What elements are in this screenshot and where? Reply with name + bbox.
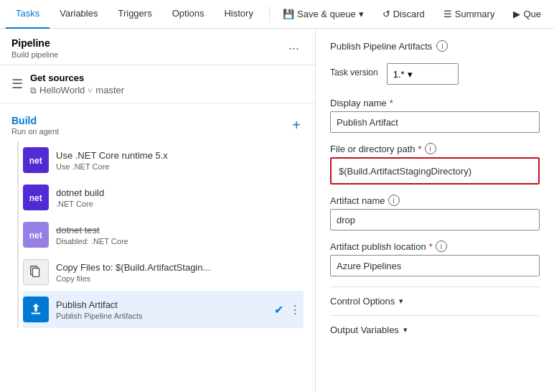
repo-name: HelloWorld: [39, 85, 85, 95]
tab-history[interactable]: History: [214, 0, 263, 29]
task-version-label: Task version: [330, 67, 378, 78]
task-info: Use .NET Core runtime 5.x Use .NET Core: [56, 150, 304, 171]
svg-text:net: net: [29, 193, 42, 203]
get-sources-meta: ⧉ HelloWorld ⑂ master: [30, 85, 124, 95]
left-panel: Pipeline Build pipeline ··· ☰ Get source…: [0, 29, 316, 392]
display-name-row: Display name *: [330, 98, 540, 133]
tab-variables[interactable]: Variables: [50, 0, 108, 29]
summary-button[interactable]: ☰ Summary: [436, 4, 502, 24]
task-name: Publish Artifact: [56, 299, 274, 310]
right-panel: Publish Pipeline Artifacts i Task versio…: [316, 29, 554, 392]
build-info: Build Run on agent: [11, 115, 59, 136]
task-item-publish[interactable]: Publish Artifact Publish Pipeline Artifa…: [23, 291, 304, 328]
branch-icon: ⑂: [88, 86, 93, 95]
task-item[interactable]: net dotnet test Disabled: .NET Core: [23, 216, 304, 253]
artifact-name-row: Artifact name i: [330, 195, 540, 230]
task-icon-dotnet: net: [23, 222, 49, 248]
task-name: dotnet test: [56, 225, 304, 235]
artifact-name-info-icon[interactable]: i: [388, 195, 400, 206]
task-desc: Publish Pipeline Artifacts: [56, 312, 274, 320]
main-content: Pipeline Build pipeline ··· ☰ Get source…: [0, 29, 554, 392]
svg-text:net: net: [29, 230, 42, 241]
file-path-info-icon[interactable]: i: [425, 143, 436, 154]
svg-rect-4: [32, 269, 39, 277]
control-options-section[interactable]: Control Options ▾: [330, 286, 540, 315]
get-sources-title: Get sources: [30, 73, 124, 83]
top-nav: Tasks Variables Triggers Options History…: [0, 0, 554, 29]
required-star: *: [418, 144, 422, 154]
output-variables-label: Output Variables: [330, 325, 399, 335]
output-variables-section[interactable]: Output Variables ▾: [330, 315, 540, 344]
task-item[interactable]: net dotnet build .NET Core: [23, 179, 304, 216]
pipeline-subtitle: Build pipeline: [11, 50, 58, 59]
pipeline-info: Pipeline Build pipeline: [11, 37, 58, 59]
task-name: Use .NET Core runtime 5.x: [56, 150, 304, 161]
build-title: Build: [11, 115, 59, 126]
task-icon-publish: [23, 297, 49, 322]
build-section: Build Run on agent + net Use .NET Core r…: [0, 103, 315, 328]
panel-title: Publish Pipeline Artifacts i: [330, 40, 540, 52]
task-info: Copy Files to: $(Build.ArtifactStagin...…: [56, 262, 304, 283]
task-desc: .NET Core: [56, 200, 304, 208]
task-icon-files: [23, 259, 49, 285]
queue-button[interactable]: ▶ Que: [506, 4, 548, 24]
display-name-label: Display name *: [330, 98, 540, 108]
tab-triggers[interactable]: Triggers: [108, 0, 161, 29]
task-version-value: 1.*: [393, 69, 405, 80]
svg-rect-5: [32, 313, 41, 314]
tab-options[interactable]: Options: [162, 0, 215, 29]
task-info: Publish Artifact Publish Pipeline Artifa…: [56, 299, 274, 320]
task-item[interactable]: net Use .NET Core runtime 5.x Use .NET C…: [23, 141, 304, 179]
task-icon-dotnet: net: [23, 147, 49, 173]
artifact-name-input[interactable]: [330, 209, 540, 230]
task-info: dotnet test Disabled: .NET Core: [56, 225, 304, 246]
artifact-publish-info-icon[interactable]: i: [436, 241, 447, 252]
output-variables-chevron: ▾: [403, 325, 408, 335]
nav-divider: [269, 6, 270, 23]
pipeline-title: Pipeline: [11, 37, 58, 49]
task-name: dotnet build: [56, 187, 304, 198]
file-path-input[interactable]: [333, 160, 537, 182]
svg-text:net: net: [29, 156, 42, 166]
task-desc: Disabled: .NET Core: [56, 237, 304, 246]
task-check-icon: ✔: [274, 303, 283, 317]
control-options-chevron: ▾: [399, 297, 403, 306]
pipeline-header: Pipeline Build pipeline ···: [0, 29, 315, 65]
file-path-row: File or directory path * i: [330, 143, 540, 185]
task-desc: Copy files: [56, 274, 304, 283]
task-more-button[interactable]: ⋮: [286, 302, 304, 318]
task-icon-dotnet: net: [23, 185, 49, 210]
control-options-label: Control Options: [330, 296, 395, 307]
display-name-input[interactable]: [330, 111, 540, 133]
task-badges: ✔ ⋮: [274, 302, 304, 318]
branch-name: master: [95, 85, 124, 95]
summary-icon: ☰: [443, 9, 452, 19]
repo-icon: ⧉: [30, 85, 37, 95]
build-subtitle: Run on agent: [11, 127, 59, 136]
pipeline-more-button[interactable]: ···: [284, 39, 304, 57]
tasks-list: net Use .NET Core runtime 5.x Use .NET C…: [11, 141, 304, 328]
discard-icon: ↺: [382, 9, 390, 19]
task-version-select[interactable]: 1.* ▾: [387, 63, 459, 85]
save-queue-button[interactable]: 💾 Save & queue ▾: [276, 4, 371, 24]
dropdown-arrow: ▾: [359, 9, 364, 19]
task-info: dotnet build .NET Core: [56, 187, 304, 208]
file-path-label: File or directory path * i: [330, 143, 540, 154]
add-task-button[interactable]: +: [289, 117, 304, 134]
get-sources-info: Get sources ⧉ HelloWorld ⑂ master: [30, 73, 124, 95]
title-info-icon[interactable]: i: [436, 40, 448, 52]
task-desc: Use .NET Core: [56, 162, 304, 171]
task-version-row: Task version 1.* ▾: [330, 63, 540, 85]
tab-tasks[interactable]: Tasks: [6, 0, 50, 29]
task-name: Copy Files to: $(Build.ArtifactStagin...: [56, 262, 304, 273]
artifact-publish-label: Artifact publish location * i: [330, 241, 540, 252]
required-star: *: [390, 98, 393, 108]
discard-button[interactable]: ↺ Discard: [375, 4, 432, 24]
nav-tabs: Tasks Variables Triggers Options History: [6, 0, 263, 29]
get-sources-row[interactable]: ☰ Get sources ⧉ HelloWorld ⑂ master: [0, 65, 315, 103]
artifact-publish-input[interactable]: [330, 255, 540, 276]
chevron-down-icon: ▾: [408, 69, 413, 80]
save-icon: 💾: [283, 9, 294, 19]
file-path-highlighted: [330, 157, 540, 185]
task-item[interactable]: Copy Files to: $(Build.ArtifactStagin...…: [23, 253, 304, 291]
